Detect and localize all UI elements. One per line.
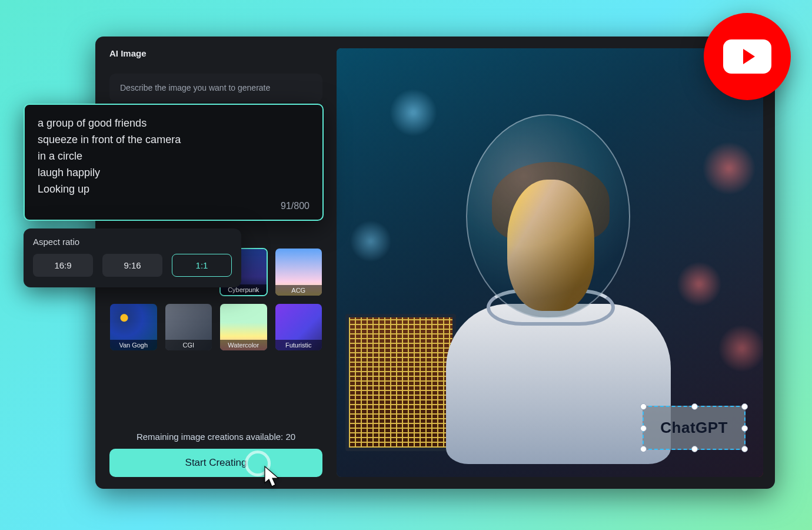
youtube-icon [723,39,771,74]
aspect-option-9-16[interactable]: 9:16 [102,254,162,277]
aspect-option-16-9[interactable]: 16:9 [33,254,93,277]
prompt-text: a group of good friends squeeze in front… [38,115,310,197]
youtube-badge[interactable] [704,13,791,100]
resize-handle[interactable] [741,425,748,432]
style-label: ACG [275,285,322,296]
resize-handle[interactable] [640,425,647,432]
right-panel: ChatGPT [337,37,775,489]
style-tile-futuristic[interactable]: Futuristic [275,303,323,352]
resize-handle[interactable] [691,403,698,410]
style-label: Van Gogh [110,340,157,350]
aspect-ratio-options: 16:99:161:1 [33,254,232,277]
style-tile-vangogh[interactable]: Van Gogh [109,303,158,352]
start-creating-button[interactable]: Start Creating [109,449,322,477]
resize-handle[interactable] [741,446,748,452]
style-label: Watercolor [220,340,267,350]
click-ripple-icon [245,450,271,476]
style-label: CGI [165,340,212,350]
aspect-option-1-1[interactable]: 1:1 [172,254,232,277]
resize-handle[interactable] [741,403,748,410]
page-title: AI Image [109,48,322,58]
preview-image: ChatGPT [337,48,763,477]
overlay-text-box[interactable]: ChatGPT [643,406,746,450]
char-count: 91/800 [38,201,310,211]
style-label: Futuristic [275,340,322,350]
aspect-ratio-title: Aspect ratio [33,237,232,247]
remaining-text: Remaining image creations available: 20 [109,432,322,442]
start-creating-label: Start Creating [185,457,247,468]
style-tile-acg[interactable]: ACG [275,248,323,296]
style-tile-watercolor[interactable]: Watercolor [219,303,268,352]
aspect-ratio-panel: Aspect ratio 16:99:161:1 [24,228,241,287]
style-tile-cgi[interactable]: CGI [165,303,213,352]
overlay-text-label: ChatGPT [660,419,728,436]
prompt-input[interactable]: a group of good friends squeeze in front… [24,104,324,221]
resize-handle[interactable] [640,403,647,410]
describe-section[interactable]: Describe the image you want to generate [109,74,322,102]
describe-label: Describe the image you want to generate [120,83,312,92]
resize-handle[interactable] [691,446,698,452]
